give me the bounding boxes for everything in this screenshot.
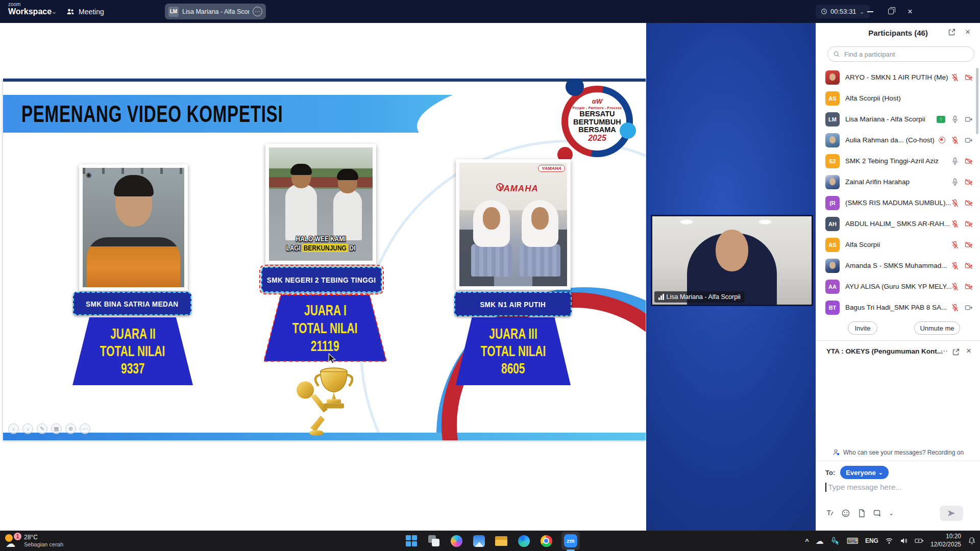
participant-name: Alfa Scorpii (Host) [845, 94, 901, 102]
camera-off-icon [965, 178, 973, 186]
avatar: AS [825, 91, 840, 106]
close-panel-icon[interactable]: × [965, 27, 970, 37]
task-view-button[interactable] [427, 534, 441, 548]
recipient-selector[interactable]: Everyone ⌄ [840, 466, 889, 479]
avatar [825, 259, 840, 273]
chat-menu-icon[interactable]: ⋯ [940, 346, 948, 356]
participant-row[interactable]: S2 SMK 2 Tebing Tinggi-Azril Aziz [816, 151, 980, 171]
tab-more-icon[interactable]: ⋯ [253, 7, 262, 16]
mic-muted-icon [951, 241, 959, 249]
video-caption: HALO WEE KAMI LAGI BERKUNJUNG DI [269, 235, 373, 253]
mic-in-use-icon[interactable] [830, 537, 840, 545]
tab-title: Lisa Mariana - Alfa Scorpii's scree [182, 8, 249, 15]
zoom-slide-icon[interactable]: ⊕ [65, 423, 76, 434]
participant-name: Zainal Arifin Harahap [845, 178, 910, 186]
student-hijab-1 [470, 200, 513, 277]
chat-title: YTA : OKEYS (Pengumuman Kont... [826, 347, 943, 355]
touch-keyboard-icon[interactable]: ⌨ [847, 536, 859, 546]
participant-row[interactable]: (R (SMKS RIS MADUMA SUMBUL)... [816, 192, 980, 213]
send-message-button[interactable] [940, 506, 963, 521]
participant-row[interactable]: Amanda S - SMKS Muhammad... [816, 255, 980, 276]
trophy-graphic [292, 362, 353, 436]
battery-icon[interactable] [915, 537, 924, 545]
next-slide-icon[interactable]: › [22, 423, 33, 434]
screen-capture-icon[interactable] [873, 509, 882, 518]
speaker-video-tile[interactable]: Lisa Mariana - Alfa Scorpii [651, 215, 813, 306]
popout-icon[interactable] [952, 348, 960, 356]
participant-row[interactable]: Zainal Arifin Harahap [816, 171, 980, 192]
timer-value: 00:53:31 [830, 8, 856, 15]
weather-widget[interactable]: ☁ 1 28°C Sebagian cerah [4, 531, 63, 551]
student-2 [333, 189, 362, 240]
chrome-button[interactable] [539, 534, 553, 548]
eye-watermark-icon: ◉ [86, 171, 91, 179]
meeting-tab-label: Meeting [79, 8, 104, 16]
participant-row[interactable]: BT Bagus Tri Hadi_SMK PAB 8 SA... [816, 297, 980, 318]
minimize-button[interactable] [860, 0, 880, 23]
participant-name: ABDUL HALIM_ SMKS AR-RAH... [845, 220, 950, 228]
onedrive-icon[interactable]: ☁ [816, 536, 824, 546]
camera-on-icon [965, 304, 973, 312]
caption-line1: HALO WEE KAMI [277, 235, 365, 244]
wifi-icon[interactable] [885, 537, 893, 545]
caption-line2: LAGI BERKUNJUNG DI [277, 244, 365, 253]
copilot-button[interactable] [449, 534, 463, 548]
participant-row[interactable]: AH ABDUL HALIM_ SMKS AR-RAH... [816, 213, 980, 234]
slide-grid-icon[interactable]: ▦ [51, 423, 62, 434]
participants-scrollbar[interactable] [976, 68, 978, 134]
participant-row[interactable]: AA AYU ALISA (Guru SMK YP MELY... [816, 276, 980, 297]
camera-off-icon [965, 283, 973, 291]
chrome-icon [541, 535, 552, 547]
participant-row[interactable]: LM Lisa Mariana - Alfa Scorpii ↑ [816, 109, 980, 130]
participant-row[interactable]: AS Alfa Scorpii [816, 234, 980, 255]
unmute-me-button[interactable]: Unmute me [914, 321, 960, 335]
workspace-chevron-icon[interactable]: ⌄ [51, 7, 57, 15]
search-input[interactable] [843, 50, 961, 59]
participant-row[interactable]: ARYO - SMKN 1 AIR PUTIH (Me) [816, 67, 980, 88]
attach-file-icon[interactable] [857, 509, 866, 518]
edge-button[interactable] [517, 534, 531, 548]
close-button[interactable]: × [900, 0, 920, 23]
participant-search[interactable] [827, 46, 974, 62]
avatar: BT [825, 300, 840, 315]
restore-button[interactable] [880, 0, 901, 23]
pen-tool-icon[interactable]: ✎ [37, 423, 47, 434]
weather-condition: Sebagian cerah [24, 541, 63, 548]
workspace-label: Workspace [8, 8, 52, 16]
participant-name: Aulia Rahman da... (Co-host) [845, 136, 935, 144]
avatar: (R [825, 196, 840, 210]
clock-widget[interactable]: 10:20 12/02/2025 [930, 533, 961, 548]
tab-meeting[interactable]: Meeting [66, 0, 104, 23]
tab-shared-screen[interactable]: LM Lisa Mariana - Alfa Scorpii's scree ⋯ [165, 4, 266, 19]
panel-divider [816, 340, 980, 341]
emoji-icon[interactable] [841, 509, 850, 518]
previous-slide-icon[interactable]: ‹ [8, 423, 19, 434]
participant-row[interactable]: Aulia Rahman da... (Co-host) [816, 130, 980, 151]
start-button[interactable] [404, 534, 419, 548]
format-text-icon[interactable] [825, 509, 835, 518]
more-options-icon[interactable]: ⋯ [80, 423, 90, 434]
participant-name: Alfa Scorpii [845, 241, 880, 248]
zoom-app-button[interactable]: zm [561, 532, 580, 550]
photos-button[interactable] [472, 534, 486, 548]
hidden-icons-chevron[interactable]: ^ [805, 537, 809, 545]
file-explorer-button[interactable] [494, 534, 508, 548]
tray-time: 10:20 [930, 533, 961, 541]
invite-button[interactable]: Invite [848, 321, 877, 335]
notification-bell-icon[interactable] [968, 537, 976, 545]
winner2-rank: JUARA II [110, 327, 156, 341]
folder-icon [495, 536, 507, 546]
more-tools-chevron-icon[interactable]: ⌄ [889, 510, 894, 517]
language-indicator[interactable]: ENG [865, 537, 878, 544]
close-chat-icon[interactable]: × [966, 346, 971, 356]
zoom-workspace-logo[interactable]: zoom Workspace [8, 2, 52, 16]
camera-off-icon [965, 157, 973, 165]
participant-row[interactable]: AS Alfa Scorpii (Host) [816, 88, 980, 109]
avatar: LM [825, 112, 840, 127]
avatar: AA [825, 280, 840, 294]
chat-message-input[interactable] [827, 482, 960, 492]
volume-icon[interactable] [900, 537, 908, 545]
popout-icon[interactable] [948, 28, 956, 36]
avatar: AS [825, 238, 840, 252]
mic-muted-icon [951, 73, 959, 82]
